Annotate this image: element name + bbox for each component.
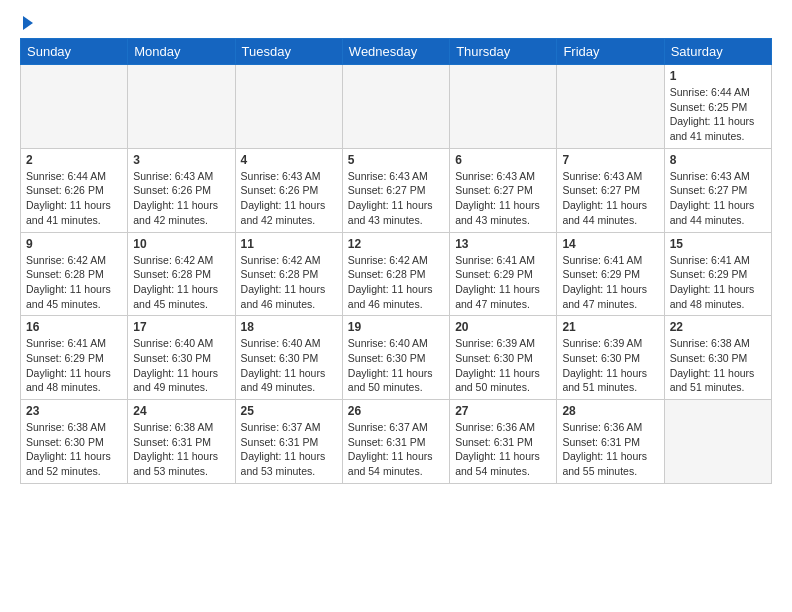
day-info: Sunrise: 6:39 AMSunset: 6:30 PMDaylight:… [562, 336, 658, 395]
day-info: Sunrise: 6:42 AMSunset: 6:28 PMDaylight:… [133, 253, 229, 312]
calendar-cell-17: 17Sunrise: 6:40 AMSunset: 6:30 PMDayligh… [128, 316, 235, 400]
calendar-cell-12: 12Sunrise: 6:42 AMSunset: 6:28 PMDayligh… [342, 232, 449, 316]
calendar-cell-empty [664, 400, 771, 484]
day-info: Sunrise: 6:36 AMSunset: 6:31 PMDaylight:… [455, 420, 551, 479]
calendar-cell-15: 15Sunrise: 6:41 AMSunset: 6:29 PMDayligh… [664, 232, 771, 316]
day-number: 6 [455, 153, 551, 167]
day-number: 20 [455, 320, 551, 334]
logo-arrow-icon [23, 16, 33, 30]
day-info: Sunrise: 6:41 AMSunset: 6:29 PMDaylight:… [670, 253, 766, 312]
calendar-week-4: 23Sunrise: 6:38 AMSunset: 6:30 PMDayligh… [21, 400, 772, 484]
calendar-cell-6: 6Sunrise: 6:43 AMSunset: 6:27 PMDaylight… [450, 148, 557, 232]
day-number: 16 [26, 320, 122, 334]
day-info: Sunrise: 6:37 AMSunset: 6:31 PMDaylight:… [241, 420, 337, 479]
day-number: 28 [562, 404, 658, 418]
calendar-cell-5: 5Sunrise: 6:43 AMSunset: 6:27 PMDaylight… [342, 148, 449, 232]
day-number: 26 [348, 404, 444, 418]
calendar-week-1: 2Sunrise: 6:44 AMSunset: 6:26 PMDaylight… [21, 148, 772, 232]
day-number: 7 [562, 153, 658, 167]
day-info: Sunrise: 6:36 AMSunset: 6:31 PMDaylight:… [562, 420, 658, 479]
calendar-cell-9: 9Sunrise: 6:42 AMSunset: 6:28 PMDaylight… [21, 232, 128, 316]
calendar-cell-23: 23Sunrise: 6:38 AMSunset: 6:30 PMDayligh… [21, 400, 128, 484]
day-info: Sunrise: 6:43 AMSunset: 6:27 PMDaylight:… [348, 169, 444, 228]
calendar-cell-26: 26Sunrise: 6:37 AMSunset: 6:31 PMDayligh… [342, 400, 449, 484]
day-info: Sunrise: 6:43 AMSunset: 6:26 PMDaylight:… [241, 169, 337, 228]
day-number: 13 [455, 237, 551, 251]
day-info: Sunrise: 6:39 AMSunset: 6:30 PMDaylight:… [455, 336, 551, 395]
day-info: Sunrise: 6:43 AMSunset: 6:27 PMDaylight:… [455, 169, 551, 228]
day-number: 17 [133, 320, 229, 334]
calendar-cell-7: 7Sunrise: 6:43 AMSunset: 6:27 PMDaylight… [557, 148, 664, 232]
day-info: Sunrise: 6:40 AMSunset: 6:30 PMDaylight:… [241, 336, 337, 395]
calendar-cell-3: 3Sunrise: 6:43 AMSunset: 6:26 PMDaylight… [128, 148, 235, 232]
day-number: 9 [26, 237, 122, 251]
calendar-cell-28: 28Sunrise: 6:36 AMSunset: 6:31 PMDayligh… [557, 400, 664, 484]
day-number: 25 [241, 404, 337, 418]
calendar-cell-18: 18Sunrise: 6:40 AMSunset: 6:30 PMDayligh… [235, 316, 342, 400]
calendar-week-0: 1Sunrise: 6:44 AMSunset: 6:25 PMDaylight… [21, 65, 772, 149]
day-info: Sunrise: 6:40 AMSunset: 6:30 PMDaylight:… [348, 336, 444, 395]
header [20, 16, 772, 30]
col-header-monday: Monday [128, 39, 235, 65]
day-number: 2 [26, 153, 122, 167]
day-info: Sunrise: 6:37 AMSunset: 6:31 PMDaylight:… [348, 420, 444, 479]
calendar-cell-27: 27Sunrise: 6:36 AMSunset: 6:31 PMDayligh… [450, 400, 557, 484]
day-number: 23 [26, 404, 122, 418]
day-info: Sunrise: 6:42 AMSunset: 6:28 PMDaylight:… [241, 253, 337, 312]
calendar-cell-19: 19Sunrise: 6:40 AMSunset: 6:30 PMDayligh… [342, 316, 449, 400]
day-number: 12 [348, 237, 444, 251]
day-info: Sunrise: 6:43 AMSunset: 6:26 PMDaylight:… [133, 169, 229, 228]
page: SundayMondayTuesdayWednesdayThursdayFrid… [0, 0, 792, 494]
day-info: Sunrise: 6:38 AMSunset: 6:30 PMDaylight:… [670, 336, 766, 395]
day-info: Sunrise: 6:44 AMSunset: 6:25 PMDaylight:… [670, 85, 766, 144]
calendar-header-row: SundayMondayTuesdayWednesdayThursdayFrid… [21, 39, 772, 65]
calendar-cell-16: 16Sunrise: 6:41 AMSunset: 6:29 PMDayligh… [21, 316, 128, 400]
col-header-sunday: Sunday [21, 39, 128, 65]
day-info: Sunrise: 6:40 AMSunset: 6:30 PMDaylight:… [133, 336, 229, 395]
col-header-thursday: Thursday [450, 39, 557, 65]
calendar-cell-20: 20Sunrise: 6:39 AMSunset: 6:30 PMDayligh… [450, 316, 557, 400]
day-number: 18 [241, 320, 337, 334]
calendar-week-3: 16Sunrise: 6:41 AMSunset: 6:29 PMDayligh… [21, 316, 772, 400]
calendar-week-2: 9Sunrise: 6:42 AMSunset: 6:28 PMDaylight… [21, 232, 772, 316]
col-header-saturday: Saturday [664, 39, 771, 65]
day-number: 10 [133, 237, 229, 251]
calendar-cell-1: 1Sunrise: 6:44 AMSunset: 6:25 PMDaylight… [664, 65, 771, 149]
day-info: Sunrise: 6:42 AMSunset: 6:28 PMDaylight:… [26, 253, 122, 312]
calendar-cell-empty [235, 65, 342, 149]
day-info: Sunrise: 6:38 AMSunset: 6:30 PMDaylight:… [26, 420, 122, 479]
day-number: 27 [455, 404, 551, 418]
day-info: Sunrise: 6:41 AMSunset: 6:29 PMDaylight:… [26, 336, 122, 395]
calendar-cell-4: 4Sunrise: 6:43 AMSunset: 6:26 PMDaylight… [235, 148, 342, 232]
day-info: Sunrise: 6:42 AMSunset: 6:28 PMDaylight:… [348, 253, 444, 312]
calendar-cell-11: 11Sunrise: 6:42 AMSunset: 6:28 PMDayligh… [235, 232, 342, 316]
calendar-cell-empty [128, 65, 235, 149]
day-info: Sunrise: 6:41 AMSunset: 6:29 PMDaylight:… [562, 253, 658, 312]
col-header-friday: Friday [557, 39, 664, 65]
calendar-cell-13: 13Sunrise: 6:41 AMSunset: 6:29 PMDayligh… [450, 232, 557, 316]
col-header-wednesday: Wednesday [342, 39, 449, 65]
day-number: 5 [348, 153, 444, 167]
calendar-cell-empty [557, 65, 664, 149]
calendar-cell-empty [450, 65, 557, 149]
day-info: Sunrise: 6:44 AMSunset: 6:26 PMDaylight:… [26, 169, 122, 228]
calendar-cell-10: 10Sunrise: 6:42 AMSunset: 6:28 PMDayligh… [128, 232, 235, 316]
calendar-cell-empty [21, 65, 128, 149]
day-info: Sunrise: 6:41 AMSunset: 6:29 PMDaylight:… [455, 253, 551, 312]
calendar-cell-2: 2Sunrise: 6:44 AMSunset: 6:26 PMDaylight… [21, 148, 128, 232]
calendar-cell-25: 25Sunrise: 6:37 AMSunset: 6:31 PMDayligh… [235, 400, 342, 484]
day-number: 24 [133, 404, 229, 418]
day-info: Sunrise: 6:43 AMSunset: 6:27 PMDaylight:… [670, 169, 766, 228]
calendar-cell-14: 14Sunrise: 6:41 AMSunset: 6:29 PMDayligh… [557, 232, 664, 316]
calendar-table: SundayMondayTuesdayWednesdayThursdayFrid… [20, 38, 772, 484]
calendar-cell-21: 21Sunrise: 6:39 AMSunset: 6:30 PMDayligh… [557, 316, 664, 400]
calendar-cell-8: 8Sunrise: 6:43 AMSunset: 6:27 PMDaylight… [664, 148, 771, 232]
day-number: 4 [241, 153, 337, 167]
day-number: 11 [241, 237, 337, 251]
calendar-cell-empty [342, 65, 449, 149]
day-number: 14 [562, 237, 658, 251]
col-header-tuesday: Tuesday [235, 39, 342, 65]
day-number: 21 [562, 320, 658, 334]
day-info: Sunrise: 6:38 AMSunset: 6:31 PMDaylight:… [133, 420, 229, 479]
calendar-cell-22: 22Sunrise: 6:38 AMSunset: 6:30 PMDayligh… [664, 316, 771, 400]
